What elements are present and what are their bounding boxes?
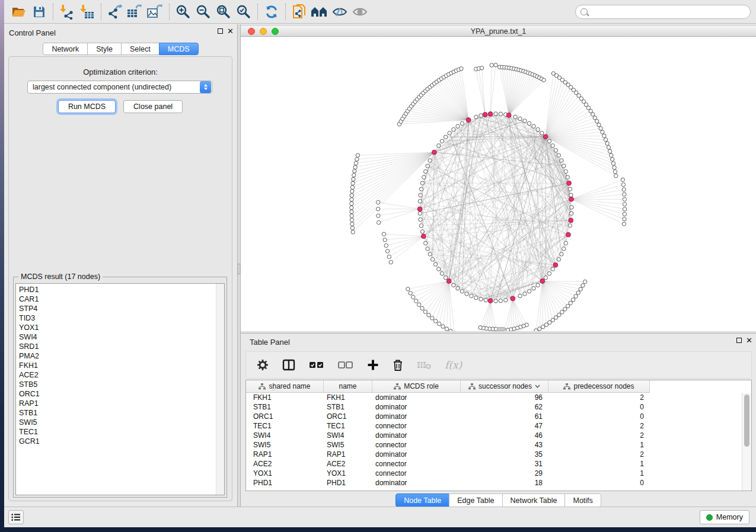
network-node[interactable]: [583, 280, 587, 283]
network-node[interactable]: [350, 190, 354, 193]
network-node[interactable]: [441, 325, 445, 328]
search-input[interactable]: [591, 6, 750, 18]
network-node[interactable]: [572, 298, 575, 302]
network-node[interactable]: [428, 159, 432, 162]
network-node[interactable]: [417, 303, 421, 306]
network-node[interactable]: [532, 124, 535, 128]
network-node[interactable]: [389, 260, 393, 264]
network-node[interactable]: [350, 226, 354, 230]
network-node[interactable]: [557, 313, 561, 316]
network-node[interactable]: [569, 301, 572, 305]
tab-motifs[interactable]: Motifs: [564, 493, 601, 507]
network-node[interactable]: [419, 224, 423, 227]
mcds-result-item[interactable]: SWI5: [16, 418, 215, 427]
network-node[interactable]: [623, 207, 626, 211]
network-node[interactable]: [602, 134, 606, 137]
network-node[interactable]: [569, 193, 573, 197]
mcds-result-item[interactable]: STP4: [16, 304, 215, 313]
save-session-icon[interactable]: [29, 3, 49, 21]
network-node[interactable]: [560, 252, 563, 256]
network-node[interactable]: [527, 121, 531, 125]
network-node[interactable]: [613, 170, 617, 174]
column-header-successor-nodes[interactable]: successor nodes: [461, 380, 548, 392]
network-node[interactable]: [608, 149, 612, 153]
window-minimize-icon[interactable]: [260, 28, 267, 35]
network-node[interactable]: [479, 326, 482, 329]
mcds-result-item[interactable]: PHD1: [16, 285, 215, 294]
network-node[interactable]: [604, 138, 607, 142]
mcds-result-item[interactable]: RAP1: [16, 399, 215, 408]
network-node[interactable]: [350, 185, 354, 189]
network-node[interactable]: [452, 283, 455, 287]
mcds-hub-node[interactable]: [488, 112, 493, 117]
network-node[interactable]: [560, 310, 564, 314]
search-field[interactable]: [575, 5, 751, 19]
table-row[interactable]: STB1STB1dominator620: [246, 402, 741, 412]
network-node[interactable]: [440, 139, 444, 143]
float-panel-icon[interactable]: [218, 28, 223, 34]
network-node[interactable]: [350, 218, 353, 222]
network-node[interactable]: [499, 112, 502, 116]
network-node[interactable]: [354, 161, 358, 165]
zoom-selected-icon[interactable]: [234, 3, 254, 21]
network-node[interactable]: [494, 63, 497, 67]
network-node[interactable]: [460, 67, 463, 70]
network-node[interactable]: [536, 127, 540, 131]
mcds-hub-node[interactable]: [417, 207, 422, 211]
network-node[interactable]: [456, 124, 460, 128]
export-network-icon[interactable]: [105, 3, 125, 21]
column-header-MCDS-role[interactable]: MCDS role: [372, 380, 461, 392]
refresh-view-icon[interactable]: [261, 3, 282, 21]
table-row[interactable]: SWI5SWI5connector431: [246, 440, 741, 450]
optimization-select[interactable]: largest connected component (undirected): [27, 81, 212, 94]
network-node[interactable]: [406, 287, 410, 291]
network-node[interactable]: [581, 284, 585, 287]
network-node[interactable]: [548, 321, 551, 324]
network-node[interactable]: [566, 305, 569, 308]
network-node[interactable]: [382, 232, 385, 236]
mcds-hub-node[interactable]: [540, 279, 545, 284]
network-node[interactable]: [434, 319, 438, 323]
network-node[interactable]: [523, 292, 527, 296]
table-scrollbar[interactable]: [742, 393, 751, 491]
network-node[interactable]: [547, 272, 551, 275]
network-node[interactable]: [534, 329, 538, 331]
network-node[interactable]: [420, 230, 424, 233]
horizontal-splitter-handle[interactable]: [497, 327, 505, 331]
mcds-result-item[interactable]: TEC1: [16, 427, 215, 437]
log-console-button[interactable]: [8, 510, 24, 524]
network-node[interactable]: [424, 241, 428, 245]
mcds-hub-node[interactable]: [446, 279, 451, 284]
add-column-icon[interactable]: [367, 359, 379, 371]
network-node[interactable]: [564, 169, 567, 173]
table-row[interactable]: RAP1RAP1dominator352: [246, 450, 741, 459]
network-node[interactable]: [499, 299, 502, 303]
network-node[interactable]: [351, 181, 355, 185]
network-node[interactable]: [544, 276, 547, 280]
tab-network[interactable]: Network: [43, 43, 88, 55]
network-node[interactable]: [353, 165, 357, 169]
mcds-result-item[interactable]: SRD1: [16, 342, 215, 351]
network-node[interactable]: [601, 130, 604, 134]
network-node[interactable]: [387, 255, 391, 258]
tab-select[interactable]: Select: [121, 43, 160, 55]
mcds-hub-node[interactable]: [432, 150, 437, 155]
network-node[interactable]: [350, 194, 353, 197]
network-node[interactable]: [518, 117, 522, 120]
network-node[interactable]: [623, 217, 626, 221]
network-node[interactable]: [444, 135, 447, 139]
network-node[interactable]: [409, 291, 412, 295]
network-node[interactable]: [622, 222, 626, 226]
network-node[interactable]: [350, 206, 353, 209]
network-node[interactable]: [623, 193, 626, 196]
network-node[interactable]: [377, 214, 380, 217]
tab-mcds[interactable]: MCDS: [159, 43, 199, 55]
network-node[interactable]: [449, 329, 452, 331]
network-node[interactable]: [494, 299, 497, 303]
network-node[interactable]: [356, 153, 359, 157]
mcds-hub-node[interactable]: [421, 234, 426, 239]
network-node[interactable]: [465, 292, 468, 296]
network-node[interactable]: [610, 153, 613, 157]
network-node[interactable]: [353, 169, 356, 173]
column-header-name[interactable]: name: [324, 380, 372, 392]
